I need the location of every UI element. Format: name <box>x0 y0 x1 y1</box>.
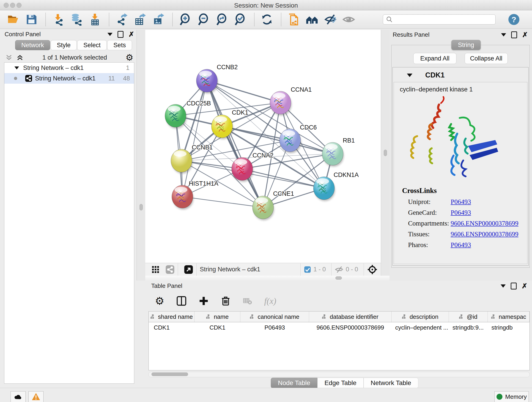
selected-checkbox-icon[interactable] <box>304 266 311 273</box>
column-header-namespac[interactable]: namespac <box>488 312 530 322</box>
panel-minimize-icon[interactable] <box>500 284 506 288</box>
zoom-selected-icon[interactable] <box>234 13 246 26</box>
network-collection-row[interactable]: String Network – cdk1 1 <box>4 63 134 73</box>
collapse-protein-icon[interactable] <box>407 74 412 77</box>
tab-sets[interactable]: Sets <box>107 40 132 50</box>
search-box[interactable] <box>383 14 496 25</box>
fit-selection-crosshair-icon[interactable] <box>367 264 378 275</box>
column-header-description[interactable]: description <box>392 312 449 322</box>
network-overview-share-icon[interactable] <box>165 265 175 274</box>
node-RB1[interactable]: RB1 <box>322 137 355 167</box>
cloud-status-button[interactable] <box>11 391 26 402</box>
table-row[interactable]: CDK1CDK1P064939606.ENSP00000378699cyclin… <box>149 322 530 333</box>
table-cell[interactable]: cyclin–dependent ... <box>392 322 449 333</box>
memory-button[interactable]: Memory <box>494 391 529 402</box>
show-columns-icon[interactable] <box>176 296 187 306</box>
splitter-handle[interactable] <box>139 204 143 211</box>
network-canvas[interactable]: CCNB2CCNA1CDC25BCDK1CDC6RB1CCNB1CCNA2CDK… <box>145 30 381 263</box>
tab-style[interactable]: Style <box>51 40 77 50</box>
tab-string[interactable]: String <box>451 40 481 50</box>
panel-minimize-icon[interactable] <box>108 33 113 36</box>
expand-all-button[interactable]: Expand All <box>413 53 456 64</box>
node-CCNB1[interactable]: CCNB1 <box>171 144 213 173</box>
save-session-icon[interactable] <box>25 13 38 26</box>
tab-node-table[interactable]: Node Table <box>271 378 317 388</box>
home-icon[interactable] <box>306 13 318 26</box>
expander-icon[interactable] <box>14 66 19 70</box>
tab-edge-table[interactable]: Edge Table <box>317 378 364 388</box>
table-cell[interactable]: 9606.ENSP00000378699 <box>309 322 392 333</box>
node-CCNB2[interactable]: CCNB2 <box>196 64 238 94</box>
collection-label: String Network – cdk1 <box>23 64 126 71</box>
import-table-icon[interactable] <box>89 13 101 26</box>
node-CDK1[interactable]: CDK1 <box>211 109 248 139</box>
crosslink-link[interactable]: P06493 <box>451 241 471 249</box>
node-HIST1H1A[interactable]: HIST1H1A <box>172 180 218 210</box>
vertical-splitter-left[interactable] <box>137 30 146 281</box>
table-horizontal-scrollbar[interactable] <box>148 372 530 377</box>
import-network-icon[interactable] <box>52 13 64 26</box>
panel-close-icon[interactable]: ✗ <box>522 283 527 289</box>
hidden-eye-slash-icon[interactable] <box>335 265 343 274</box>
import-network-from-database-icon[interactable] <box>70 13 83 26</box>
show-all-eye-icon[interactable] <box>342 13 355 26</box>
column-header-shared-name[interactable]: shared name <box>149 312 195 322</box>
table-options-gear-icon[interactable]: ⚙ <box>155 297 164 305</box>
column-header-canonical-name[interactable]: canonical name <box>240 312 309 322</box>
table-cell[interactable]: P06493 <box>240 322 309 333</box>
export-network-icon[interactable] <box>115 13 128 26</box>
zoom-out-icon[interactable] <box>197 13 210 26</box>
search-input[interactable] <box>393 16 490 23</box>
create-column-plus-icon[interactable] <box>199 296 209 306</box>
panel-close-icon[interactable]: ✗ <box>128 32 134 37</box>
edge-CCNA2-CDKN1A[interactable] <box>242 169 324 188</box>
delete-column-trash-icon[interactable] <box>221 296 231 306</box>
scrollbar-thumb[interactable] <box>152 372 188 376</box>
splitter-handle[interactable] <box>384 150 387 156</box>
column-header-database-identifier[interactable]: database identifier <box>309 312 392 322</box>
refresh-icon[interactable] <box>261 13 273 26</box>
birdseye-grid-icon[interactable] <box>151 265 160 274</box>
splitter-handle[interactable] <box>336 276 342 280</box>
table-cell[interactable]: stringdb <box>488 322 530 333</box>
panel-float-icon[interactable] <box>511 283 517 289</box>
tab-select[interactable]: Select <box>77 40 107 50</box>
panel-float-icon[interactable] <box>511 32 517 38</box>
network-row[interactable]: String Network – cdk1 11 48 <box>4 73 134 84</box>
crosslink-link[interactable]: 9606.ENSP00000378699 <box>451 230 519 238</box>
tab-network[interactable]: Network <box>15 40 50 50</box>
open-in-window-icon[interactable] <box>184 265 193 274</box>
tab-network-table[interactable]: Network Table <box>364 378 418 388</box>
snapshot-icon[interactable] <box>288 13 300 26</box>
panel-minimize-icon[interactable] <box>501 33 506 36</box>
table-cell[interactable]: CDK1 <box>149 322 195 333</box>
edge-CCNB2-HIST1H1A[interactable] <box>182 81 207 197</box>
export-image-icon[interactable] <box>152 13 165 26</box>
column-header-name[interactable]: name <box>195 312 240 322</box>
collapse-all-icon[interactable] <box>5 54 13 61</box>
warnings-button[interactable] <box>28 391 44 402</box>
edge-CCNB2-CCNA1[interactable] <box>207 81 280 103</box>
node-CDKN1A[interactable]: CDKN1A <box>313 172 359 201</box>
panel-close-icon[interactable]: ✗ <box>522 32 528 38</box>
table-cell[interactable]: CDK1 <box>195 322 240 333</box>
column-header-@id[interactable]: @id <box>449 312 488 322</box>
hide-selected-eye-slash-icon[interactable] <box>324 13 336 26</box>
panel-float-icon[interactable] <box>118 31 123 38</box>
zoom-in-icon[interactable] <box>179 13 191 26</box>
edge-HIST1H1A-CCNE1[interactable] <box>182 197 263 207</box>
expand-all-icon[interactable] <box>16 54 24 61</box>
node-CCNA1[interactable]: CCNA1 <box>270 86 312 115</box>
edge-CCNB2-CCNE1[interactable] <box>207 81 263 207</box>
help-icon[interactable]: ? <box>508 14 519 25</box>
table-cell[interactable]: stringdb:9... <box>449 322 488 333</box>
collapse-all-button[interactable]: Collapse All <box>465 53 508 64</box>
crosslink-link[interactable]: 9606.ENSP00000378699 <box>451 220 519 227</box>
network-options-gear-icon[interactable]: ⚙ <box>126 53 133 62</box>
node-CCNE1[interactable]: CCNE1 <box>253 190 294 220</box>
crosslink-link[interactable]: P06493 <box>451 198 471 206</box>
open-session-icon[interactable] <box>7 13 19 26</box>
export-table-icon[interactable] <box>134 13 146 26</box>
zoom-fit-icon[interactable] <box>215 13 228 26</box>
crosslink-link[interactable]: P06493 <box>451 209 471 216</box>
